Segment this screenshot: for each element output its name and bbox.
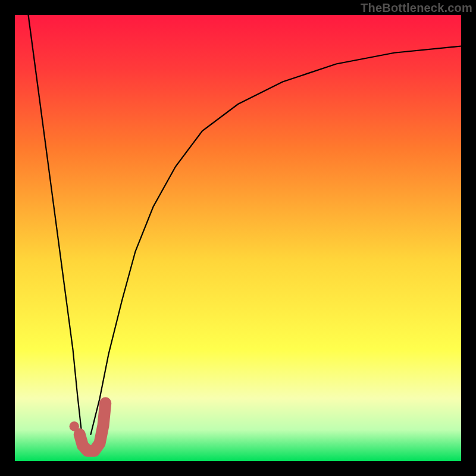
curves-layer: [15, 15, 461, 461]
right-branch-curve: [91, 46, 462, 435]
watermark-text: TheBottleneck.com: [361, 1, 472, 15]
j-marker-dot: [70, 421, 80, 431]
chart-frame: TheBottleneck.com: [0, 0, 476, 476]
left-branch-curve: [29, 15, 82, 434]
